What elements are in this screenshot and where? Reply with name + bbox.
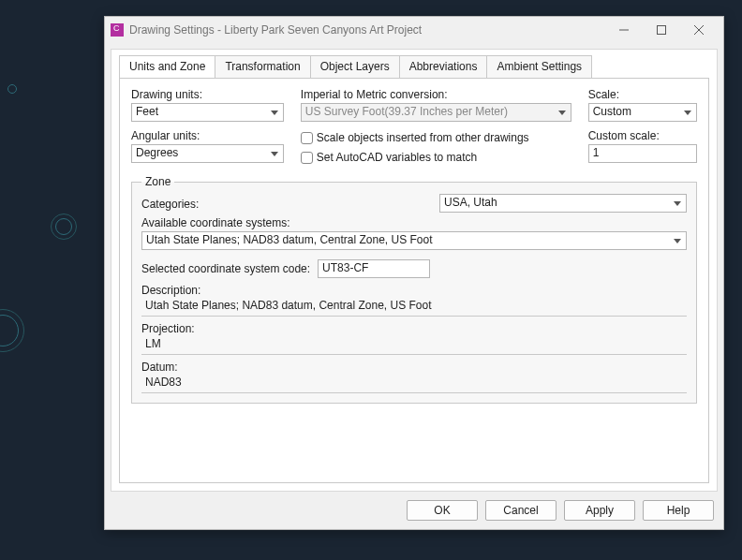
apply-button[interactable]: Apply <box>564 500 635 521</box>
client-area: Units and Zone Transformation Object Lay… <box>111 49 718 492</box>
zone-legend: Zone <box>141 175 174 188</box>
angular-units-label: Angular units: <box>131 129 284 142</box>
available-systems-select[interactable]: Utah State Planes; NAD83 datum, Central … <box>141 231 687 250</box>
datum-label: Datum: <box>141 361 687 374</box>
drawing-settings-window: Drawing Settings - Liberty Park Seven Ca… <box>104 16 724 530</box>
titlebar: Drawing Settings - Liberty Park Seven Ca… <box>105 17 723 43</box>
imperial-conversion-select[interactable]: US Survey Foot(39.37 Inches per Meter) <box>301 103 571 122</box>
datum-value: NAD83 <box>141 374 687 393</box>
description-label: Description: <box>141 284 687 297</box>
imperial-conversion-label: Imperial to Metric conversion: <box>301 88 571 101</box>
angular-units-select[interactable]: Degrees <box>131 144 284 163</box>
decor-ring <box>7 84 17 94</box>
help-button[interactable]: Help <box>643 500 714 521</box>
tab-strip: Units and Zone Transformation Object Lay… <box>111 50 717 78</box>
units-zone-panel: Drawing units: Feet Imperial to Metric c… <box>119 78 709 483</box>
drawing-units-select[interactable]: Feet <box>131 103 284 122</box>
tab-transformation[interactable]: Transformation <box>215 55 310 78</box>
categories-select[interactable]: USA, Utah <box>439 194 687 213</box>
custom-scale-label: Custom scale: <box>588 129 697 142</box>
tab-abbreviations[interactable]: Abbreviations <box>399 55 488 78</box>
projection-value: LM <box>141 335 687 355</box>
tab-units-zone[interactable]: Units and Zone <box>119 55 215 78</box>
scale-select[interactable]: Custom <box>588 103 697 122</box>
maximize-button[interactable] <box>643 17 680 43</box>
description-value: Utah State Planes; NAD83 datum, Central … <box>141 297 687 317</box>
set-autocad-checkbox-row[interactable]: Set AutoCAD variables to match <box>301 149 571 166</box>
scale-objects-checkbox[interactable] <box>301 132 313 144</box>
minimize-button[interactable] <box>605 17 643 43</box>
projection-label: Projection: <box>141 322 687 335</box>
set-autocad-label: Set AutoCAD variables to match <box>317 151 477 164</box>
maximize-icon <box>657 25 666 35</box>
scale-label: Scale: <box>588 88 697 101</box>
app-icon <box>111 23 124 37</box>
selected-code-label: Selected coordinate system code: <box>141 262 310 275</box>
cancel-button[interactable]: Cancel <box>485 500 556 521</box>
ok-button[interactable]: OK <box>407 500 478 521</box>
minimize-icon <box>619 25 629 35</box>
selected-code-input[interactable]: UT83-CF <box>318 259 430 278</box>
scale-objects-label: Scale objects inserted from other drawin… <box>317 131 529 144</box>
close-icon <box>694 25 704 35</box>
drawing-units-label: Drawing units: <box>131 88 284 101</box>
tab-ambient-settings[interactable]: Ambient Settings <box>486 55 592 78</box>
window-title: Drawing Settings - Liberty Park Seven Ca… <box>129 23 422 37</box>
decor-ring <box>55 218 72 235</box>
categories-label: Categories: <box>141 198 423 211</box>
set-autocad-checkbox[interactable] <box>301 152 313 164</box>
scale-objects-checkbox-row[interactable]: Scale objects inserted from other drawin… <box>301 129 571 146</box>
svg-rect-1 <box>658 26 666 35</box>
zone-fieldset: Zone Categories: USA, Utah Available coo… <box>131 175 697 404</box>
tab-object-layers[interactable]: Object Layers <box>310 55 400 78</box>
available-systems-label: Available coordinate systems: <box>141 216 687 229</box>
dialog-footer: OK Cancel Apply Help <box>105 492 723 529</box>
custom-scale-input[interactable]: 1 <box>588 144 697 163</box>
close-button[interactable] <box>680 17 718 43</box>
